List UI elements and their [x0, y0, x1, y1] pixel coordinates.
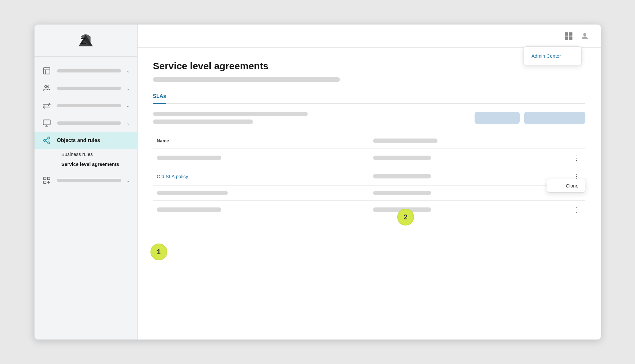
building-icon [42, 66, 52, 76]
row1-menu-button[interactable]: ⋮ [571, 154, 582, 162]
svg-point-11 [43, 139, 46, 142]
col-actions [563, 133, 585, 149]
tabs: SLAs [153, 90, 585, 104]
skeleton-text-2 [153, 120, 253, 124]
table-row [153, 186, 585, 201]
chevron-monitor: ⌄ [126, 120, 130, 126]
desc-text [153, 112, 467, 124]
admin-center-dropdown: Admin Center [524, 46, 582, 65]
row3-name [153, 186, 369, 201]
old-sla-context-menu: Clone [547, 179, 585, 193]
table-row: ⋮ [153, 149, 585, 167]
svg-rect-8 [43, 120, 50, 125]
sidebar: Z ⌄ [34, 24, 138, 340]
skeleton-name-3 [157, 191, 228, 195]
svg-rect-23 [565, 36, 568, 40]
chevron-apps: ⌄ [126, 178, 130, 183]
desc-area [153, 112, 585, 124]
monitor-icon [42, 118, 52, 128]
svg-text:Z: Z [81, 35, 86, 46]
skeleton-name-4 [157, 207, 221, 212]
sidebar-subitem-sla[interactable]: Service level agreements [58, 159, 137, 169]
row1-action: ⋮ [563, 149, 585, 167]
step-badge-1: 1 [150, 244, 167, 260]
skeleton-extra-2 [373, 174, 431, 178]
svg-rect-22 [569, 32, 572, 36]
topbar: Admin Center [138, 24, 601, 48]
nav-bar-people [57, 87, 121, 90]
people-icon [42, 83, 52, 93]
row4-name [153, 201, 369, 219]
chevron-buildings: ⌄ [126, 68, 130, 73]
grid-icon-button[interactable] [563, 30, 574, 42]
svg-point-25 [583, 33, 586, 36]
main-content: Admin Center Service level agreements SL… [138, 24, 601, 340]
sidebar-item-people[interactable]: ⌄ [34, 80, 137, 97]
sidebar-subitem-business-rules[interactable]: Business rules [58, 149, 137, 159]
apps-icon [42, 175, 52, 186]
skeleton-extra-1 [373, 156, 431, 160]
sidebar-logo: Z [34, 24, 137, 57]
sidebar-item-buildings[interactable]: ⌄ [34, 62, 137, 79]
nav-bar-apps [57, 179, 121, 182]
table-row: ⋮ [153, 201, 585, 219]
sidebar-item-arrows[interactable]: ⌄ [34, 97, 137, 114]
old-sla-extra [369, 167, 564, 186]
nav-bar-monitor [57, 121, 121, 125]
tab-slas[interactable]: SLAs [153, 90, 166, 104]
skeleton-desc-bar [153, 77, 340, 82]
row1-extra [369, 149, 564, 167]
sidebar-nav: ⌄ ⌄ [34, 57, 137, 340]
sidebar-item-monitor[interactable]: ⌄ [34, 115, 137, 131]
admin-center-link[interactable]: Admin Center [524, 49, 581, 62]
objects-rules-icon [42, 135, 52, 146]
sidebar-item-objects-and-rules[interactable]: Objects and rules [34, 132, 137, 149]
svg-line-15 [45, 141, 48, 142]
page-content: Service level agreements SLAs [138, 48, 601, 340]
svg-point-12 [48, 137, 50, 139]
svg-rect-24 [569, 36, 572, 40]
old-sla-action: ⋮ Clone [563, 167, 585, 186]
skeleton-btn-2[interactable] [524, 112, 585, 124]
sla-table-head: Name [153, 133, 585, 149]
row1-name [153, 149, 369, 167]
svg-line-14 [45, 139, 48, 140]
skeleton-btn-1[interactable] [475, 112, 520, 124]
svg-rect-21 [565, 32, 568, 36]
chevron-arrows: ⌄ [126, 103, 130, 108]
row3-extra [369, 186, 564, 201]
svg-rect-17 [47, 177, 50, 180]
row4-action: ⋮ [563, 201, 585, 219]
desc-skeleton [153, 77, 585, 82]
page-title: Service level agreements [153, 61, 585, 72]
chevron-people: ⌄ [126, 86, 130, 91]
nav-bar-buildings [57, 69, 121, 72]
col-extra-skeleton [373, 139, 438, 143]
col-extra [369, 133, 564, 149]
skeleton-text-1 [153, 112, 308, 116]
arrows-icon [42, 101, 52, 111]
svg-point-5 [47, 86, 49, 87]
zendesk-logo: Z [76, 33, 95, 48]
svg-point-13 [48, 142, 50, 144]
nav-subitems: Business rules Service level agreements [34, 149, 137, 169]
sidebar-item-apps[interactable]: ⌄ [34, 172, 137, 189]
step-badge-2: 2 [397, 209, 414, 225]
sla-table: Name [153, 133, 585, 219]
app-frame: Z ⌄ [34, 24, 601, 340]
svg-point-4 [44, 85, 47, 88]
table-row: Old SLA policy ⋮ Clone [153, 167, 585, 186]
table-header-row: Name [153, 133, 585, 149]
row4-menu-button[interactable]: ⋮ [571, 206, 582, 214]
svg-rect-16 [43, 177, 46, 180]
svg-rect-18 [43, 181, 46, 184]
clone-menu-item[interactable]: Clone [547, 179, 585, 192]
topbar-icons [563, 30, 591, 42]
col-name: Name [153, 133, 369, 149]
objects-and-rules-label: Objects and rules [57, 138, 100, 143]
user-icon-button[interactable] [579, 30, 591, 42]
old-sla-link[interactable]: Old SLA policy [157, 174, 188, 179]
svg-rect-1 [43, 68, 50, 74]
skeleton-extra-3 [373, 191, 431, 195]
sla-table-body: ⋮ Old SLA policy ⋮ [153, 149, 585, 219]
